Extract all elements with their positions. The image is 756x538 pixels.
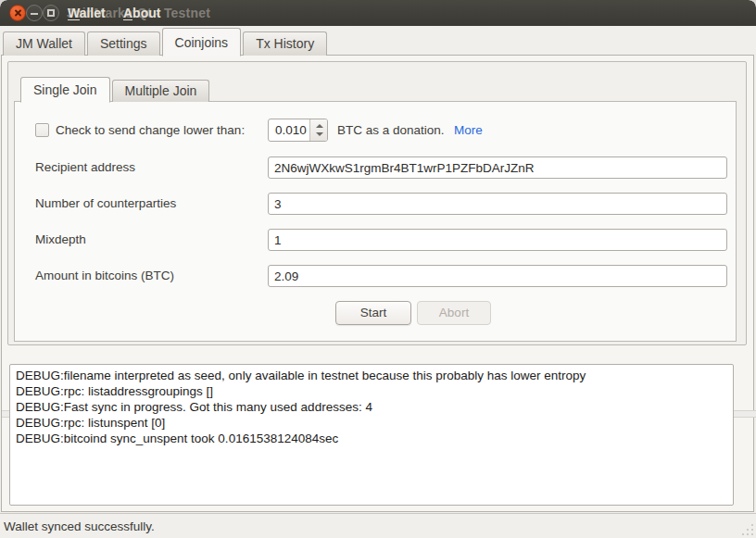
log-line: DEBUG:rpc: listaddressgroupings [] xyxy=(16,383,727,399)
mixdepth-label: Mixdepth xyxy=(35,232,86,246)
counterparties-input[interactable] xyxy=(268,193,727,215)
tab-coinjoins[interactable]: Coinjoins xyxy=(162,28,242,56)
log-line: DEBUG:filename interpreted as seed, only… xyxy=(16,368,727,383)
abort-button: Abort xyxy=(417,301,491,325)
maximize-icon xyxy=(47,9,55,17)
spin-up-icon[interactable] xyxy=(316,124,323,128)
start-button[interactable]: Start xyxy=(335,301,411,325)
status-message: Wallet synced successfully. xyxy=(4,519,155,533)
tab-settings[interactable]: Settings xyxy=(87,31,160,56)
mixdepth-row: Mixdepth xyxy=(15,229,736,251)
join-frame: Single Join Multiple Join Check to send … xyxy=(7,61,747,345)
amount-input[interactable] xyxy=(268,265,727,287)
mixdepth-input[interactable] xyxy=(268,229,727,251)
join-tabbar: Single Join Multiple Join xyxy=(20,75,211,102)
action-buttons-row: Start Abort xyxy=(15,301,736,326)
spinner-buttons[interactable] xyxy=(309,119,327,141)
recipient-address-input[interactable] xyxy=(268,156,727,179)
recipient-address-row: Recipient address xyxy=(15,156,736,179)
counterparties-label: Number of counterparties xyxy=(35,196,176,210)
log-line: DEBUG:Fast sync in progress. Got this ma… xyxy=(16,399,727,415)
donation-checkbox[interactable] xyxy=(35,123,49,137)
main-tabbar: JM Wallet Settings Coinjoins Tx History xyxy=(0,26,756,56)
donation-amount-spinner[interactable]: 0.010 xyxy=(268,119,328,142)
donation-checkbox-label: Check to send change lower than: xyxy=(56,123,245,137)
titlebar: JoinMarketQt - Testnet Wallet About xyxy=(0,0,756,26)
tab-multiple-join[interactable]: Multiple Join xyxy=(112,80,210,102)
tab-tx-history[interactable]: Tx History xyxy=(243,31,327,56)
spin-down-icon[interactable] xyxy=(316,132,323,136)
app-window: JoinMarketQt - Testnet Wallet About JM W… xyxy=(0,0,756,538)
close-button[interactable] xyxy=(9,5,26,21)
close-icon xyxy=(14,9,21,17)
donation-row: Check to send change lower than: 0.010 B… xyxy=(15,118,736,144)
minimize-icon xyxy=(31,13,38,15)
counterparties-row: Number of counterparties xyxy=(15,193,736,215)
tab-jm-wallet[interactable]: JM Wallet xyxy=(3,31,85,56)
recipient-address-label: Recipient address xyxy=(35,160,135,174)
statusbar: Wallet synced successfully. xyxy=(0,513,756,538)
log-line: DEBUG:bitcoind sync_unspent took 0.01615… xyxy=(16,431,727,446)
coinjoins-pane: Single Join Multiple Join Check to send … xyxy=(1,55,754,512)
single-join-pane: Check to send change lower than: 0.010 B… xyxy=(14,101,737,342)
minimize-button[interactable] xyxy=(26,5,43,21)
resize-grip-icon[interactable] xyxy=(740,522,753,535)
donation-amount-value: 0.010 xyxy=(275,123,307,137)
log-output[interactable]: DEBUG:filename interpreted as seed, only… xyxy=(9,364,734,506)
tab-single-join[interactable]: Single Join xyxy=(20,77,110,103)
log-line: DEBUG:rpc: listunspent [0] xyxy=(16,415,727,431)
maximize-button[interactable] xyxy=(43,5,59,21)
donation-suffix-label: BTC as a donation. xyxy=(337,123,445,137)
amount-row: Amount in bitcoins (BTC) xyxy=(15,265,736,287)
donation-more-link[interactable]: More xyxy=(454,123,483,137)
amount-label: Amount in bitcoins (BTC) xyxy=(35,269,174,282)
window-title: JoinMarketQt - Testnet xyxy=(67,6,210,20)
